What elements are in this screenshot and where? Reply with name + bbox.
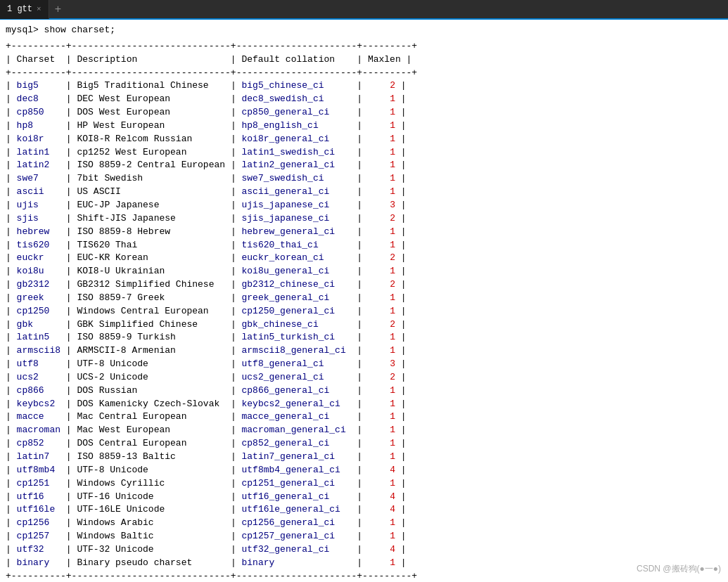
prompt-line: mysql> show charset;	[6, 24, 722, 37]
table-row: | latin5 | ISO 8859-9 Turkish | latin5_t…	[6, 331, 722, 344]
table-row: | gb2312 | GB2312 Simplified Chinese | g…	[6, 278, 722, 292]
table-row: | dec8 | DEC West European | dec8_swedis…	[6, 93, 722, 106]
table-row: | cp850 | DOS West European | cp850_gene…	[6, 106, 722, 119]
table-separator: +----------+----------------------------…	[6, 67, 722, 80]
table-row: | utf16le | UTF-16LE Unicode | utf16le_g…	[6, 503, 722, 517]
table-row: | macroman | Mac West European | macroma…	[6, 424, 722, 437]
tab-bar: 1 gtt × +	[0, 0, 728, 20]
tab-label: 1 gtt	[7, 4, 32, 14]
table-row: | cp1257 | Windows Baltic | cp1257_gener…	[6, 530, 722, 543]
table-row: | macce | Mac Central European | macce_g…	[6, 410, 722, 424]
table-row: | cp1250 | Windows Central European | cp…	[6, 305, 722, 318]
table-row: | armscii8 | ARMSCII-8 Armenian | armsci…	[6, 344, 722, 358]
charset-table: +----------+----------------------------…	[6, 40, 722, 582]
terminal-output: mysql> show charset; +----------+-------…	[0, 20, 728, 582]
table-row: | cp1256 | Windows Arabic | cp1256_gener…	[6, 517, 722, 530]
table-row: | tis620 | TIS620 Thai | tis620_thai_ci …	[6, 239, 722, 252]
table-row: | swe7 | 7bit Swedish | swe7_swedish_ci …	[6, 172, 722, 186]
table-row: | sjis | Shift-JIS Japanese | sjis_japan…	[6, 212, 722, 226]
tab-close-button[interactable]: ×	[37, 5, 41, 13]
table-row: | euckr | EUC-KR Korean | euckr_korean_c…	[6, 252, 722, 265]
table-row: | koi8u | KOI8-U Ukrainian | koi8u_gener…	[6, 265, 722, 278]
new-tab-button[interactable]: +	[49, 0, 67, 19]
table-row: | utf16 | UTF-16 Unicode | utf16_general…	[6, 491, 722, 504]
table-row: | koi8r | KOI8-R Relcom Russian | koi8r_…	[6, 133, 722, 146]
table-separator: | Charset | Description | Default collat…	[6, 53, 722, 67]
table-row: | ujis | EUC-JP Japanese | ujis_japanese…	[6, 199, 722, 212]
table-row: | cp866 | DOS Russian | cp866_general_ci…	[6, 384, 722, 398]
table-separator: +----------+----------------------------…	[6, 570, 722, 582]
table-row: | binary | Binary pseudo charset | binar…	[6, 557, 722, 570]
table-row: | hp8 | HP West European | hp8_english_c…	[6, 119, 722, 133]
table-row: | hebrew | ISO 8859-8 Hebrew | hebrew_ge…	[6, 226, 722, 239]
table-row: | big5 | Big5 Traditional Chinese | big5…	[6, 79, 722, 93]
table-row: | ucs2 | UCS-2 Unicode | ucs2_general_ci…	[6, 371, 722, 384]
table-row: | utf32 | UTF-32 Unicode | utf32_general…	[6, 543, 722, 557]
table-row: | latin1 | cp1252 West European | latin1…	[6, 146, 722, 160]
table-separator: +----------+----------------------------…	[6, 40, 722, 53]
table-row: | greek | ISO 8859-7 Greek | greek_gener…	[6, 292, 722, 305]
table-row: | gbk | GBK Simplified Chinese | gbk_chi…	[6, 318, 722, 332]
table-row: | latin7 | ISO 8859-13 Baltic | latin7_g…	[6, 451, 722, 464]
table-row: | latin2 | ISO 8859-2 Central European |…	[6, 159, 722, 172]
active-tab[interactable]: 1 gtt ×	[0, 0, 49, 19]
table-row: | cp1251 | Windows Cyrillic | cp1251_gen…	[6, 477, 722, 491]
table-row: | cp852 | DOS Central European | cp852_g…	[6, 437, 722, 451]
table-row: | ascii | US ASCII | ascii_general_ci | …	[6, 186, 722, 199]
watermark: CSDN @搬砖狗(●一●)	[637, 563, 721, 575]
table-row: | utf8 | UTF-8 Unicode | utf8_general_ci…	[6, 358, 722, 371]
table-row: | keybcs2 | DOS Kamenicky Czech-Slovak |…	[6, 398, 722, 411]
table-row: | utf8mb4 | UTF-8 Unicode | utf8mb4_gene…	[6, 464, 722, 477]
